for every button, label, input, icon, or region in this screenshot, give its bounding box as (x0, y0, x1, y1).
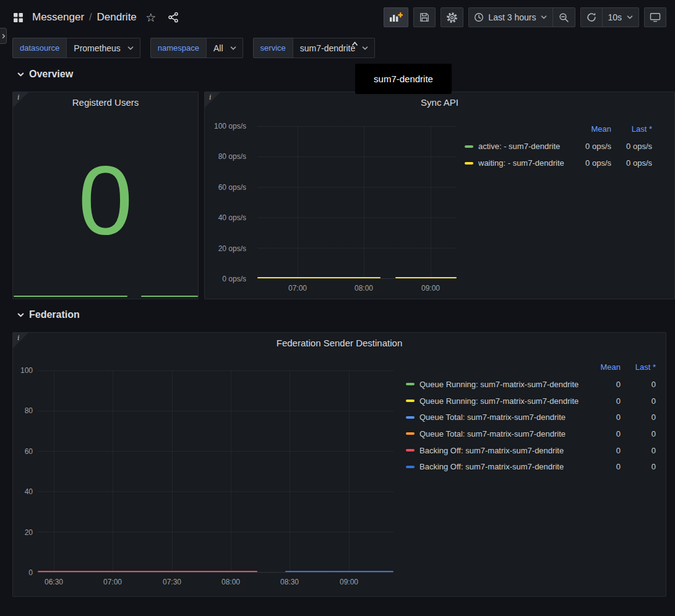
x-axis-tick: 07:30 (157, 578, 187, 586)
panel-title[interactable]: Sync API (230, 97, 650, 108)
variable-value-dropdown[interactable]: sum7-dendrite (293, 38, 376, 58)
clock-icon (474, 12, 484, 22)
legend-row: Queue Running: sum7-matrix-sum7-dendrite… (406, 376, 656, 393)
series-line (38, 571, 257, 572)
chevron-down-icon (17, 311, 25, 319)
legend-color-dash (406, 416, 415, 419)
tv-mode-button[interactable] (644, 7, 666, 27)
y-axis-tick: 0 ops/s (205, 274, 252, 284)
legend-header-last[interactable]: Last * (621, 362, 656, 372)
info-icon: i (17, 93, 19, 102)
x-axis-tick: 07:00 (98, 578, 127, 586)
zoom-out-button[interactable] (553, 7, 575, 27)
y-axis-tick: 20 (13, 528, 33, 537)
x-axis-tick: 08:00 (216, 578, 246, 586)
legend-row: Backing Off: sum7-matrix-sum7-dendrite 0… (406, 442, 656, 459)
y-axis-tick: 100 ops/s (205, 121, 252, 131)
star-icon[interactable]: ☆ (143, 9, 159, 25)
legend-mean-value: 0 (581, 446, 621, 455)
legend-row: Queue Total: sum7-matrix-sum7-dendrite 0… (406, 426, 656, 442)
legend-mean-value: 0 ops/s (568, 142, 611, 151)
legend-header-last[interactable]: Last * (611, 124, 652, 134)
legend-last-value: 0 (621, 413, 656, 422)
x-axis-tick: 06:30 (39, 578, 69, 586)
legend-mean-value: 0 (581, 429, 621, 438)
grid-line (349, 370, 350, 572)
legend-header-mean[interactable]: Mean (581, 362, 621, 372)
legend-label[interactable]: Queue Running: sum7-matrix-sum7-dendrite (419, 380, 581, 389)
chevron-down-icon (127, 45, 134, 52)
legend-label[interactable]: Queue Total: sum7-matrix-sum7-dendrite (419, 413, 581, 422)
time-range-label: Last 3 hours (488, 12, 536, 22)
legend-label[interactable]: Backing Off: sum7-matrix-sum7-dendrite (419, 446, 581, 455)
grid-apps-icon[interactable] (10, 9, 26, 25)
breadcrumb-separator: / (89, 12, 92, 23)
top-navigation-bar: Messenger / Dendrite ☆ (0, 0, 675, 35)
panel-info-corner[interactable] (13, 92, 28, 108)
grid-line (54, 370, 54, 572)
panel-info-corner[interactable] (205, 92, 220, 108)
variable-label: datasource (12, 38, 66, 58)
stat-display: 0 (13, 111, 198, 289)
legend-header-mean[interactable]: Mean (568, 124, 611, 134)
legend-row: Queue Running: sum7-matrix-sum7-dendrite… (406, 393, 656, 409)
grid-line (231, 370, 231, 572)
x-axis-tick: 08:30 (275, 578, 304, 586)
y-axis-tick: 0 (13, 568, 33, 578)
legend-last-value: 0 (621, 380, 656, 389)
time-range-picker-button[interactable]: Last 3 hours (468, 7, 553, 27)
variable-label: service (253, 38, 293, 58)
grid-line (298, 126, 298, 278)
panel-title[interactable]: Federation Sender Destination (38, 338, 641, 348)
info-icon: i (17, 333, 19, 343)
chevron-down-icon (361, 45, 369, 52)
legend-label[interactable]: waiting: - sum7-dendrite (478, 158, 568, 168)
sparkline-segment (141, 296, 198, 297)
save-dashboard-button[interactable] (413, 7, 436, 27)
x-axis-tick: 09:00 (334, 578, 364, 586)
dashboard-settings-button[interactable] (441, 7, 463, 27)
share-icon[interactable] (165, 9, 181, 25)
chart-plot-area[interactable] (257, 126, 457, 279)
legend-row: Queue Total: sum7-matrix-sum7-dendrite 0… (406, 409, 656, 426)
legend-label[interactable]: active: - sum7-dendrite (478, 142, 568, 151)
variables-bar: datasource Prometheus namespace All serv… (12, 38, 375, 58)
variable-value-dropdown[interactable]: Prometheus (66, 38, 140, 58)
legend-mean-value: 0 (581, 462, 621, 471)
panel-title[interactable]: Registerd Users (38, 97, 173, 108)
y-axis-tick: 40 ops/s (205, 213, 252, 223)
legend-row: active: - sum7-dendrite 0 ops/s 0 ops/s (465, 138, 652, 155)
legend-last-value: 0 (621, 396, 656, 406)
legend-label[interactable]: Backing Off: sum7-matrix-sum7-dendrite (419, 462, 581, 471)
tooltip-text: sum7-dendrite (374, 74, 433, 84)
legend-label[interactable]: Queue Running: sum7-matrix-sum7-dendrite (419, 396, 581, 406)
section-toggle-federation[interactable]: Federation (17, 309, 80, 320)
grid-line (431, 126, 431, 278)
series-line (257, 277, 380, 278)
section-title: Overview (29, 69, 73, 80)
panel-info-corner[interactable] (13, 333, 28, 348)
section-title: Federation (29, 309, 80, 320)
expand-sidebar-button[interactable] (0, 28, 7, 44)
legend-color-dash (406, 400, 415, 402)
breadcrumb: Messenger / Dendrite (32, 11, 137, 24)
breadcrumb-folder[interactable]: Messenger (32, 11, 84, 24)
legend-label[interactable]: Queue Total: sum7-matrix-sum7-dendrite (419, 429, 581, 438)
legend-last-value: 0 (621, 446, 656, 455)
refresh-interval-picker-button[interactable]: 10s (603, 7, 639, 27)
variable-value-dropdown[interactable]: All (206, 38, 243, 58)
legend-mean-value: 0 ops/s (568, 158, 611, 168)
grid-line (364, 126, 364, 278)
add-panel-button[interactable] (384, 7, 408, 27)
monitor-icon (650, 12, 661, 22)
legend-color-dash (406, 449, 415, 451)
legend-color-dash (465, 162, 473, 165)
panel-sync-api: i Sync API 100 ops/s 80 ops/s 60 ops/s 4… (204, 92, 675, 299)
chart-plot-area[interactable] (38, 370, 393, 573)
legend: Mean Last * Queue Running: sum7-matrix-s… (406, 361, 656, 475)
panel-registered-users: i Registerd Users 0 (12, 92, 199, 299)
info-icon: i (209, 93, 211, 102)
refresh-button[interactable] (580, 7, 603, 27)
grafana-dashboard-page: Messenger / Dendrite ☆ (0, 0, 675, 616)
section-toggle-overview[interactable]: Overview (17, 69, 73, 80)
